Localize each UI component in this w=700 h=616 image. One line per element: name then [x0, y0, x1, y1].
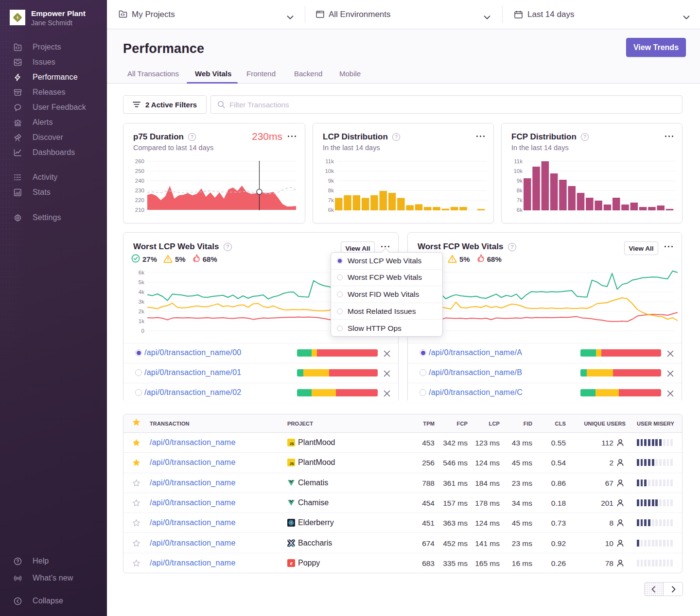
svg-text:260: 260 — [135, 158, 144, 164]
svg-text:9k: 9k — [517, 178, 523, 184]
svg-text:10k: 10k — [325, 168, 334, 174]
svg-text:8k: 8k — [328, 188, 334, 193]
svg-text:11k: 11k — [325, 158, 334, 164]
svg-text:8k: 8k — [517, 188, 523, 193]
svg-text:3k: 3k — [139, 299, 144, 305]
svg-text:10k: 10k — [513, 168, 523, 174]
svg-text:250: 250 — [135, 168, 144, 174]
svg-text:230: 230 — [135, 188, 144, 193]
svg-text:e: e — [290, 560, 293, 566]
svg-text:JS: JS — [289, 462, 294, 466]
svg-text:220: 220 — [135, 197, 144, 203]
svg-text:5k: 5k — [139, 279, 144, 285]
svg-text:210: 210 — [135, 207, 144, 213]
svg-text:6k: 6k — [517, 207, 523, 213]
svg-text:7k: 7k — [517, 197, 523, 203]
svg-text:9k: 9k — [328, 178, 334, 184]
svg-text:JS: JS — [289, 442, 294, 446]
svg-text:0: 0 — [141, 328, 144, 334]
svg-text:6k: 6k — [328, 207, 334, 213]
svg-text:1k: 1k — [139, 318, 144, 324]
svg-text:2k: 2k — [139, 308, 144, 314]
svg-text:240: 240 — [135, 178, 144, 184]
svg-text:7k: 7k — [328, 197, 334, 203]
svg-text:4k: 4k — [139, 289, 144, 295]
svg-text:11k: 11k — [514, 158, 523, 164]
svg-text:6k: 6k — [139, 270, 144, 275]
